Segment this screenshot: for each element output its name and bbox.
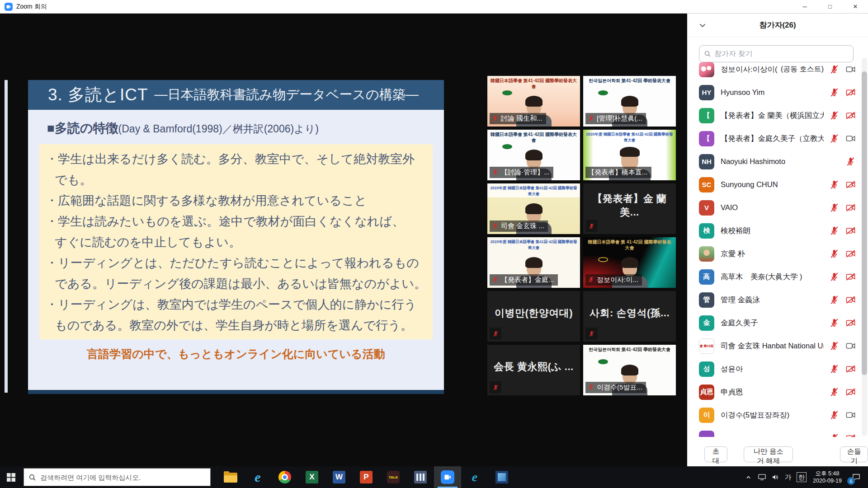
word-icon[interactable]: W bbox=[326, 466, 353, 488]
participant-row[interactable]: VVAIO bbox=[687, 196, 863, 219]
video-tile[interactable]: 한국일본어학회 第41·42回 學術發表大會[管理]朴慧眞(... bbox=[583, 76, 676, 127]
participants-scrollbar-thumb[interactable] bbox=[862, 71, 867, 375]
mic-muted-icon bbox=[829, 387, 840, 397]
mic-muted-icon bbox=[829, 341, 840, 352]
powerpoint-icon[interactable]: P bbox=[353, 466, 380, 488]
mic-muted-icon bbox=[829, 249, 840, 259]
participant-row[interactable]: SCSunyoung CHUN bbox=[687, 173, 863, 196]
tile-mic-status bbox=[492, 169, 499, 177]
video-tile[interactable]: 【発表者】金 蘭美... bbox=[583, 183, 676, 234]
participant-name: 検校裕朗 bbox=[721, 226, 750, 236]
video-tile[interactable]: 韓國日本語學會 第41·42回 國際學術發表大會討論 國生和... bbox=[487, 76, 580, 127]
video-tile[interactable]: 이병만(한양여대) bbox=[487, 291, 580, 342]
video-tile[interactable]: 韓國日本語學會 第 41·42回 國際學術發表大會정보이사:이... bbox=[583, 237, 676, 288]
action-center-icon[interactable]: 6 bbox=[847, 466, 865, 488]
mic-muted-icon bbox=[588, 276, 594, 283]
mic-muted-icon bbox=[829, 133, 840, 144]
window-titlebar: Zoom 회의 ─ □ ✕ bbox=[0, 0, 868, 14]
participant-search-input[interactable] bbox=[714, 50, 849, 58]
video-tile[interactable]: 2020年度 韓國日本語學會 第41回·42回 國際學術發表大會【発表者】金庭.… bbox=[487, 237, 580, 288]
slide-title-banner: 3. 多読とICT ―日本語教科書読み物データベースの構築― bbox=[28, 80, 444, 110]
participant-name: 정보이사:이상이(... bbox=[721, 65, 778, 75]
tile-slide-title: 韓國日本語學會 第41·42回 國際學術發表大會 bbox=[490, 131, 577, 143]
unmute-me-button[interactable]: 나만 음소거 해제 bbox=[744, 446, 793, 462]
tile-name-label: 【発表者】金庭... bbox=[490, 274, 558, 286]
hidden-icons-chevron-icon[interactable] bbox=[741, 466, 755, 488]
participant-name: 高草木 美奈(大眞大学 ) bbox=[721, 272, 802, 282]
system-tray: 가 한 오후 5:48 2020-09-19 6 bbox=[741, 466, 868, 488]
zoom-icon[interactable] bbox=[434, 466, 461, 488]
display-tray-icon[interactable] bbox=[755, 466, 769, 488]
tile-slide-title: 韓國日本語學會 第 41·42回 國際學術發表大會 bbox=[586, 239, 673, 251]
excel-icon[interactable]: X bbox=[298, 466, 326, 488]
participant-row[interactable]: NHNaoyuki Hashimoto bbox=[687, 150, 863, 173]
ime-han-indicator[interactable]: 한 bbox=[797, 472, 807, 482]
library-icon[interactable] bbox=[407, 466, 434, 488]
participant-name: 金庭久美子 bbox=[721, 318, 758, 328]
slide-title-sub: ―日本語教科書読み物データベースの構築― bbox=[155, 86, 419, 104]
maximize-button[interactable]: □ bbox=[817, 0, 843, 14]
edge-icon[interactable]: e bbox=[461, 466, 488, 488]
participants-title: 참가자(26) bbox=[759, 20, 796, 30]
tile-participant-name: 이병만(한양여대) bbox=[487, 306, 580, 320]
participant-row[interactable]: 이이경수(5발표장좌장) bbox=[687, 404, 863, 427]
camera-off-icon bbox=[845, 110, 856, 121]
participant-row[interactable]: 성성윤아 bbox=[687, 357, 863, 380]
mic-muted-icon bbox=[829, 410, 840, 421]
participant-row[interactable]: 정보이사:이상이(...(공동 호스트) bbox=[687, 58, 863, 81]
video-tile-active-speaker[interactable]: 2020年度 韓國日本語學會 第41回·42回 國際學術發表大會【発表者】橋本直… bbox=[583, 130, 676, 180]
tile-participant-name: 【討論·管理】... bbox=[501, 168, 550, 177]
start-button[interactable] bbox=[0, 466, 22, 488]
chevron-down-icon[interactable] bbox=[699, 22, 706, 29]
taskbar-clock[interactable]: 오후 5:48 2020-09-19 bbox=[813, 470, 842, 484]
participant-row[interactable]: 會 第41回司會 金玄珠 Hanbat National Univ. bbox=[687, 334, 863, 357]
participant-row[interactable]: 貞恩申貞恩 bbox=[687, 380, 863, 404]
minimize-button[interactable]: ─ bbox=[792, 0, 817, 14]
tile-slide-title: 한국일본어학회 第41·42回 學術發表大會 bbox=[586, 347, 673, 352]
mic-muted-icon bbox=[829, 87, 840, 98]
video-tile[interactable]: 2020年度 韓國日本語學會 第41回·42回 國際學術發表大會司會 金玄珠 .… bbox=[487, 183, 580, 234]
mic-muted-icon bbox=[829, 133, 840, 144]
tile-participant-name: 【発表者】金 蘭美... bbox=[583, 192, 676, 219]
participant-row[interactable]: 【【発表者】金 蘭美（横浜国立大学... bbox=[687, 104, 863, 127]
chrome-icon[interactable] bbox=[271, 466, 298, 488]
avatar: 이 bbox=[699, 408, 714, 423]
video-tile[interactable]: 한국일본어학회 第41·42回 學術發表大會이경수(5발표... bbox=[583, 345, 676, 395]
mic-muted-icon bbox=[829, 272, 840, 282]
avatar: 金 bbox=[699, 315, 714, 331]
bullet-line: ・リーディングは、教室内では学生のペースで個人的に静かに行う bbox=[46, 294, 425, 315]
video-tile[interactable]: 会長 黄永熙(ふ ... bbox=[487, 345, 580, 395]
taskbar-search-input[interactable] bbox=[40, 474, 206, 481]
taskbar-search[interactable] bbox=[24, 468, 211, 486]
volume-tray-icon[interactable] bbox=[769, 466, 782, 488]
tile-participant-name: 정보이사:이... bbox=[597, 276, 638, 284]
slide-footer-text: 言語学習の中で、もっともオンライン化に向いている活動 bbox=[28, 347, 444, 361]
camera-on-icon bbox=[845, 341, 856, 351]
invite-button[interactable]: 초대 bbox=[704, 446, 727, 462]
bullet-line: でも。 bbox=[46, 169, 425, 190]
camera-off-icon bbox=[845, 87, 856, 98]
internet-explorer-icon[interactable]: e bbox=[244, 466, 271, 488]
tile-name-label: 【発表者】橋本直... bbox=[585, 167, 651, 178]
kakaotalk-icon[interactable]: TALK bbox=[380, 466, 407, 488]
participant-row[interactable]: 高高草木 美奈(大眞大学 ) bbox=[687, 265, 863, 288]
participant-row[interactable]: 検検校裕朗 bbox=[687, 219, 863, 242]
mic-muted-icon bbox=[829, 225, 840, 236]
mic-muted-icon bbox=[829, 318, 840, 328]
close-button[interactable]: ✕ bbox=[843, 0, 868, 14]
raise-hand-button[interactable]: 손들기 bbox=[840, 446, 868, 462]
camera-off-icon bbox=[845, 272, 856, 282]
participant-row[interactable] bbox=[687, 427, 863, 437]
video-tile[interactable]: 韓國日本語學會 第41·42回 國際學術發表大會【討論·管理】... bbox=[487, 130, 580, 180]
camera-off-icon bbox=[845, 179, 856, 190]
participant-row[interactable]: 金金庭久美子 bbox=[687, 311, 863, 334]
participant-row[interactable]: 管管理 金義泳 bbox=[687, 288, 863, 311]
photos-icon[interactable] bbox=[488, 466, 515, 488]
camera-off-icon bbox=[845, 110, 856, 121]
video-tile[interactable]: 사회: 손영석(孫... bbox=[583, 291, 676, 342]
participant-row[interactable]: 【【発表者】金庭久美子（立教大学... bbox=[687, 127, 863, 150]
participant-row[interactable]: 京愛 朴 bbox=[687, 242, 863, 265]
ime-ga-indicator[interactable]: 가 bbox=[782, 473, 794, 482]
file-explorer-icon[interactable] bbox=[217, 466, 244, 488]
participant-row[interactable]: HYHyunsoo Yim bbox=[687, 81, 863, 104]
